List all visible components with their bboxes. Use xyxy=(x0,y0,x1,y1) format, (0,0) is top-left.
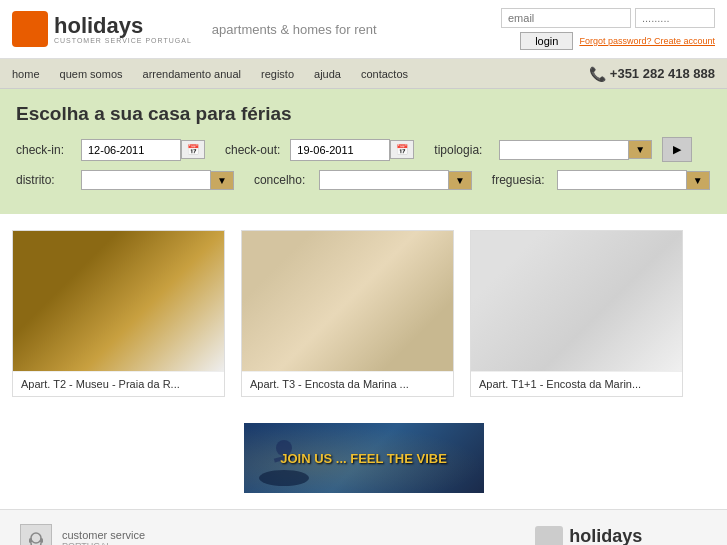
logo-box xyxy=(12,11,48,47)
tipologia-arrow[interactable]: ▼ xyxy=(628,140,652,159)
svg-rect-5 xyxy=(40,538,43,543)
concelho-label: concelho: xyxy=(254,173,309,187)
banner-section: JOIN US ... FEEL THE VIBE xyxy=(0,413,727,509)
footer: customer service PORTUGAL holidays CUSTO… xyxy=(0,509,727,545)
property-image-1 xyxy=(242,231,453,371)
checkin-wrap: 📅 xyxy=(81,139,205,161)
freguesia-label: freguesia: xyxy=(492,173,547,187)
banner[interactable]: JOIN US ... FEEL THE VIBE xyxy=(244,423,484,493)
freguesia-arrow[interactable]: ▼ xyxy=(686,171,710,190)
email-input[interactable] xyxy=(501,8,631,28)
search-section: Escolha a sua casa para férias check-in:… xyxy=(0,89,727,214)
checkin-calendar-button[interactable]: 📅 xyxy=(181,140,205,159)
customer-service-icon xyxy=(20,524,52,545)
property-card-0[interactable]: Apart. T2 - Museu - Praia da R... xyxy=(12,230,225,397)
checkin-input[interactable] xyxy=(81,139,181,161)
search-row2: distrito: ▼ concelho: ▼ freguesia: ▼ xyxy=(16,170,711,190)
tipologia-select[interactable]: T1 T2 T3 xyxy=(499,140,629,160)
distrito-label: distrito: xyxy=(16,173,71,187)
concelho-arrow[interactable]: ▼ xyxy=(448,171,472,190)
search-row1: check-in: 📅 check-out: 📅 tipologia: T1 T… xyxy=(16,137,711,162)
footer-cs-label: customer service xyxy=(62,529,145,541)
properties-section: Apart. T2 - Museu - Praia da R... Apart.… xyxy=(0,214,727,413)
freguesia-wrap: ▼ xyxy=(557,170,710,190)
svg-point-0 xyxy=(259,470,309,486)
password-input[interactable] xyxy=(635,8,715,28)
nav-quem-somos[interactable]: quem somos xyxy=(60,68,123,80)
footer-logo-box xyxy=(535,526,563,545)
nav-ajuda[interactable]: ajuda xyxy=(314,68,341,80)
nav-contactos[interactable]: contactos xyxy=(361,68,408,80)
footer-left: customer service PORTUGAL xyxy=(20,524,535,545)
svg-rect-4 xyxy=(29,538,32,543)
checkout-wrap: 📅 xyxy=(290,139,414,161)
checkout-input[interactable] xyxy=(290,139,390,161)
phone-icon: 📞 xyxy=(589,66,606,82)
phone-number: +351 282 418 888 xyxy=(610,66,715,81)
login-button[interactable]: login xyxy=(520,32,573,50)
property-title-2: Apart. T1+1 - Encosta da Marin... xyxy=(471,371,682,396)
banner-text: JOIN US ... FEEL THE VIBE xyxy=(280,451,447,466)
forgot-link[interactable]: Forgot password? Create account xyxy=(579,36,715,46)
search-go-button[interactable]: ▶ xyxy=(662,137,692,162)
footer-cs-sub: PORTUGAL xyxy=(62,541,145,545)
logo-area: holidays CUSTOMER SERVICE PORTUGAL xyxy=(12,11,192,47)
distrito-arrow[interactable]: ▼ xyxy=(210,171,234,190)
freguesia-select[interactable] xyxy=(557,170,687,190)
login-area: login Forgot password? Create account xyxy=(501,8,715,50)
nav-arrendamento[interactable]: arrendamento anual xyxy=(143,68,241,80)
svg-point-3 xyxy=(31,533,41,543)
nav-links: home quem somos arrendamento anual regis… xyxy=(12,68,589,80)
logo-text-wrap: holidays CUSTOMER SERVICE PORTUGAL xyxy=(54,15,192,44)
tipologia-wrap: T1 T2 T3 ▼ xyxy=(499,140,652,160)
phone-area: 📞 +351 282 418 888 xyxy=(589,66,715,82)
checkin-label: check-in: xyxy=(16,143,71,157)
distrito-wrap: ▼ xyxy=(81,170,234,190)
property-card-2[interactable]: Apart. T1+1 - Encosta da Marin... xyxy=(470,230,683,397)
headset-icon xyxy=(26,530,46,545)
distrito-select[interactable] xyxy=(81,170,211,190)
property-title-1: Apart. T3 - Encosta da Marina ... xyxy=(242,371,453,396)
footer-right: holidays CUSTOMER SERVICE PORTUGAL xyxy=(535,526,707,545)
footer-cs-text-area: customer service PORTUGAL xyxy=(62,529,145,545)
property-image-0 xyxy=(13,231,224,371)
properties-grid: Apart. T2 - Museu - Praia da R... Apart.… xyxy=(12,230,715,397)
checkout-calendar-button[interactable]: 📅 xyxy=(390,140,414,159)
concelho-select[interactable] xyxy=(319,170,449,190)
logo-text: holidays xyxy=(54,15,192,37)
search-title: Escolha a sua casa para férias xyxy=(16,103,711,125)
property-card-1[interactable]: Apart. T3 - Encosta da Marina ... xyxy=(241,230,454,397)
nav-home[interactable]: home xyxy=(12,68,40,80)
footer-logo-text-area: holidays CUSTOMER SERVICE PORTUGAL xyxy=(569,526,707,545)
nav-registo[interactable]: registo xyxy=(261,68,294,80)
checkout-label: check-out: xyxy=(225,143,280,157)
footer-logo-text: holidays xyxy=(569,526,707,545)
logo-sub: CUSTOMER SERVICE PORTUGAL xyxy=(54,37,192,44)
property-title-0: Apart. T2 - Museu - Praia da R... xyxy=(13,371,224,396)
property-image-2 xyxy=(471,231,682,371)
concelho-wrap: ▼ xyxy=(319,170,472,190)
header: holidays CUSTOMER SERVICE PORTUGAL apart… xyxy=(0,0,727,59)
tagline: apartments & homes for rent xyxy=(212,22,501,37)
tipologia-label: tipologia: xyxy=(434,143,489,157)
nav-bar: home quem somos arrendamento anual regis… xyxy=(0,59,727,89)
